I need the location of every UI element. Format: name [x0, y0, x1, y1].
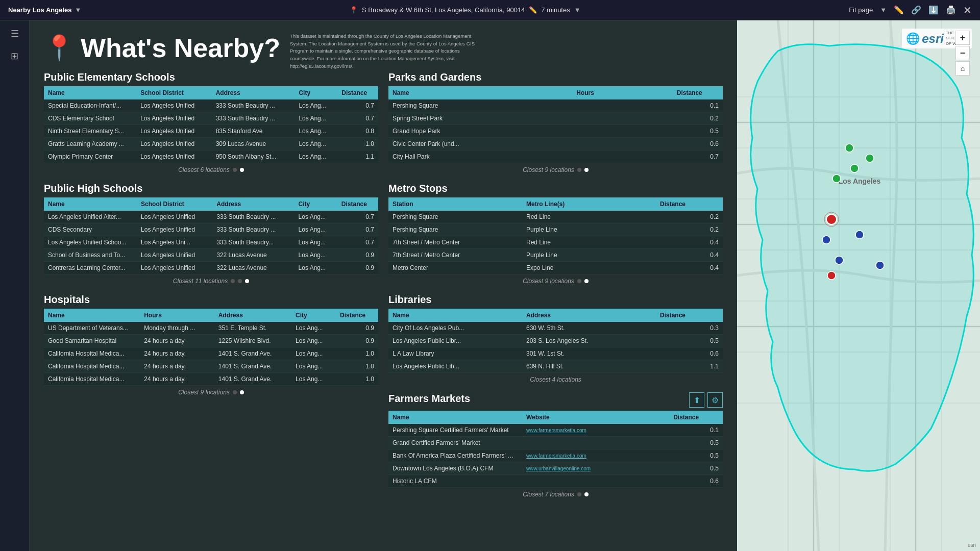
table-row: Historic LA CFM0.6 [388, 475, 723, 488]
page-dot-6[interactable] [233, 390, 237, 394]
page-dot-9[interactable] [584, 168, 589, 172]
col-hours: Hours [572, 86, 673, 99]
page-dot-10[interactable] [577, 279, 581, 283]
table-row: Downtown Los Angeles (B.O.A) CFMwww.urba… [388, 462, 723, 475]
zoom-in-button[interactable]: + [955, 31, 970, 45]
page-dot-2[interactable] [240, 168, 244, 172]
table-row: 7th Street / Metro CenterPurple Line0.4 [388, 249, 723, 262]
page-dot-13[interactable] [584, 492, 589, 496]
menu-icon[interactable]: ☰ [6, 24, 24, 43]
time-dropdown[interactable]: 7 minutes [541, 6, 570, 14]
table-row: CDS SecondaryLos Angeles Unified333 Sout… [44, 223, 378, 236]
center-content: 📍 What's Nearby? This dataset is maintai… [30, 20, 737, 551]
table-row: Los Angeles Public Lib...639 N. Hill St.… [388, 360, 723, 373]
location-pin-small-icon: 📍 [350, 6, 358, 14]
location-pin-large-icon: 📍 [44, 34, 75, 62]
table-row: Metro CenterExpo Line0.4 [388, 262, 723, 274]
page-dot-3[interactable] [231, 279, 235, 283]
farmers-closest: Closest 7 locations [388, 491, 723, 498]
page-dot-1[interactable] [233, 168, 237, 172]
table-row: California Hospital Medica...24 hours a … [44, 360, 378, 373]
table-row: Grand Certified Farmers' Market0.5 [388, 437, 723, 449]
print-icon[interactable]: 🖨️ [946, 5, 956, 15]
share-icon[interactable]: 🔗 [911, 5, 921, 15]
esri-attribution: esri [968, 542, 976, 548]
col-metro-line: Metro Line(s) [522, 197, 656, 211]
table-row: Special Education-Infant/...Los Angeles … [44, 99, 378, 112]
svg-point-19 [826, 214, 837, 224]
parks-closest: Closest 9 locations [388, 166, 723, 173]
svg-point-26 [832, 174, 841, 183]
col-distance: Distance [337, 86, 378, 99]
table-row: California Hospital Medica...24 hours a … [44, 347, 378, 360]
table-row: Gratts Learning Academy ...Los Angeles U… [44, 138, 378, 151]
nearby-dropdown[interactable]: Nearby Los Angeles [8, 6, 72, 14]
table-row: 7th Street / Metro CenterRed Line0.4 [388, 236, 723, 249]
col-distance: Distance [673, 86, 723, 99]
page-dot-4[interactable] [238, 279, 242, 283]
table-row: School of Business and To...Los Angeles … [44, 249, 378, 262]
svg-point-24 [866, 154, 874, 162]
metro-stops-body: Pershing SquareRed Line0.2Pershing Squar… [388, 211, 723, 274]
website-link[interactable]: www.farmersmarketla.com [526, 428, 586, 433]
filter-farmers-button[interactable]: ⚙ [707, 392, 723, 408]
fit-page-dropdown[interactable]: Fit page [849, 6, 873, 14]
svg-point-29 [876, 261, 884, 269]
zoom-out-button[interactable]: − [955, 46, 970, 60]
farmers-markets-section: Farmers Markets ⬆ ⚙ Name Website Distanc… [388, 392, 723, 498]
home-button[interactable]: ⌂ [955, 61, 970, 76]
edit-location-icon[interactable]: ✏️ [529, 6, 537, 14]
table-row: US Department of Veterans...Monday throu… [44, 322, 378, 335]
fit-page-arrow-icon[interactable]: ▼ [880, 6, 887, 14]
page-dot-8[interactable] [577, 168, 581, 172]
svg-point-21 [822, 236, 830, 244]
svg-point-23 [850, 164, 859, 172]
col-city: City [295, 86, 337, 99]
website-link[interactable]: www.farmersmarketla.com [526, 453, 586, 459]
dropdown-arrow-icon[interactable]: ▼ [75, 6, 82, 14]
table-row: Good Samaritan Hospital24 hours a day122… [44, 335, 378, 347]
table-row: City Of Los Angeles Pub...630 W. 5th St.… [388, 322, 723, 335]
map-panel: 🌐 esri THE SCIENCE OF WHERE [737, 20, 980, 551]
col-address: Address [522, 309, 656, 322]
upper-content: Public Elementary Schools Name School Di… [44, 71, 723, 507]
layers-icon[interactable]: ⊞ [6, 47, 24, 65]
time-arrow-icon[interactable]: ▼ [574, 6, 581, 14]
disclaimer-box: This dataset is maintained through the C… [290, 33, 484, 70]
table-row: Los Angeles Unified Alter...Los Angeles … [44, 211, 378, 223]
close-icon[interactable]: ✕ [963, 4, 972, 16]
table-row: Los Angeles Public Libr...203 S. Los Ang… [388, 335, 723, 347]
metro-stops-section: Metro Stops Station Metro Line(s) Distan… [388, 183, 723, 285]
website-link[interactable]: www.urbanvillageonline.com [526, 466, 591, 471]
left-sidebar: ☰ ⊞ [0, 20, 30, 551]
col-name: Name [44, 197, 137, 211]
col-address: Address [214, 309, 291, 322]
col-distance: Distance [336, 309, 378, 322]
hospitals-closest: Closest 9 locations [44, 389, 378, 396]
col-hours: Hours [140, 309, 214, 322]
page-dot-11[interactable] [584, 279, 589, 283]
page-dot-5[interactable] [245, 279, 249, 283]
download-icon[interactable]: ⬇️ [928, 5, 939, 15]
svg-point-27 [827, 271, 836, 280]
table-row: Contreras Learning Center...Los Angeles … [44, 262, 378, 274]
export-farmers-button[interactable]: ⬆ [689, 392, 704, 408]
parks-title: Parks and Gardens [388, 71, 723, 83]
edit-icon[interactable]: ✏️ [894, 5, 904, 15]
map-svg[interactable]: Los Angeles [737, 20, 980, 551]
libraries-table: Name Address Distance City Of Los Angele… [388, 309, 723, 373]
metro-stops-title: Metro Stops [388, 183, 723, 194]
col-city: City [291, 309, 336, 322]
high-schools-table: Name School District Address City Distan… [44, 197, 378, 274]
page-dot-12[interactable] [577, 492, 581, 496]
table-row: Pershing SquareRed Line0.2 [388, 211, 723, 223]
disclaimer-text: This dataset is maintained through the C… [290, 33, 475, 69]
col-distance: Distance [656, 197, 723, 211]
page-dot-7[interactable] [240, 390, 244, 394]
svg-text:Los Angeles: Los Angeles [839, 177, 881, 185]
full-layout: ☰ ⊞ 📍 What's Nearby? This dataset is mai… [0, 20, 980, 551]
high-schools-title: Public High Schools [44, 183, 378, 194]
col-name: Name [388, 309, 522, 322]
libraries-closest: Closest 4 locations [388, 376, 723, 383]
map-zoom-controls: + − ⌂ [955, 31, 970, 76]
